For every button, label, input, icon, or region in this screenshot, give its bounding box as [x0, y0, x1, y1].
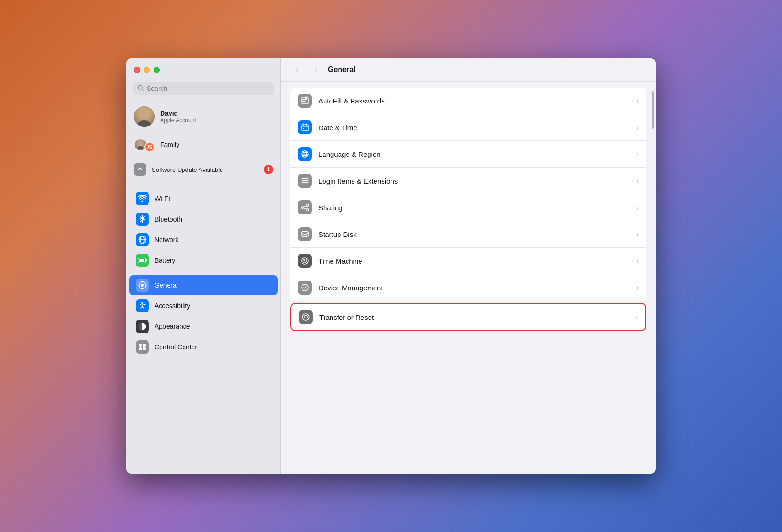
- control-center-icon: [136, 340, 149, 354]
- settings-list: AutoFill & Passwords › Date & Time ›: [281, 82, 656, 474]
- sidebar-item-battery[interactable]: Battery: [129, 251, 278, 270]
- svg-point-45: [302, 207, 304, 209]
- svg-point-3: [138, 146, 143, 149]
- chevron-autofill: ›: [636, 97, 639, 104]
- sidebar-item-network[interactable]: Network: [129, 230, 278, 250]
- sharing-icon: [298, 200, 312, 214]
- startup-disk-icon: [298, 227, 312, 241]
- sidebar-item-general[interactable]: General: [129, 275, 278, 295]
- search-bar[interactable]: [133, 82, 274, 95]
- settings-label-login-items: Login Items & Extensions: [318, 177, 630, 185]
- svg-point-19: [141, 302, 143, 304]
- login-items-icon: [298, 174, 312, 188]
- sidebar-divider-2: [133, 273, 274, 273]
- language-icon: [298, 147, 312, 161]
- settings-label-transfer-reset: Transfer or Reset: [319, 313, 629, 321]
- back-button[interactable]: ‹: [290, 63, 303, 76]
- search-icon: [138, 85, 144, 92]
- autofill-icon: [298, 94, 312, 108]
- svg-rect-12: [146, 259, 147, 262]
- settings-row-autofill[interactable]: AutoFill & Passwords ›: [290, 88, 646, 114]
- settings-label-language: Language & Region: [318, 150, 630, 158]
- sidebar-item-label-control-center: Control Center: [155, 343, 197, 351]
- scrollbar[interactable]: [651, 82, 654, 474]
- sidebar-item-wifi[interactable]: Wi-Fi: [129, 189, 278, 208]
- maximize-button[interactable]: [154, 67, 160, 73]
- svg-point-58: [304, 260, 305, 261]
- software-update-item[interactable]: Software Update Available 1: [129, 159, 278, 180]
- svg-rect-26: [302, 99, 307, 100]
- svg-rect-43: [302, 182, 309, 183]
- chevron-datetime: ›: [636, 124, 639, 131]
- svg-point-46: [306, 209, 309, 211]
- update-badge: 1: [264, 165, 273, 174]
- search-input[interactable]: [147, 85, 269, 92]
- chevron-device-management: ›: [636, 284, 639, 291]
- svg-rect-22: [143, 344, 146, 347]
- sidebar: David Apple Account JS Family: [126, 58, 281, 474]
- scrollbar-thumb: [652, 91, 654, 129]
- time-machine-icon: [298, 254, 312, 268]
- settings-row-transfer-reset[interactable]: Transfer or Reset ›: [290, 303, 646, 331]
- sidebar-item-control-center[interactable]: Control Center: [129, 337, 278, 357]
- sidebar-item-family[interactable]: JS Family: [129, 133, 278, 156]
- svg-line-47: [303, 206, 306, 207]
- update-title: Software Update Available: [152, 166, 223, 173]
- avatar: [134, 106, 155, 127]
- main-title: General: [328, 66, 356, 74]
- svg-point-30: [306, 97, 306, 98]
- sidebar-item-label-battery: Battery: [155, 257, 175, 264]
- svg-point-44: [306, 204, 309, 207]
- svg-rect-42: [302, 180, 309, 181]
- settings-row-sharing[interactable]: Sharing ›: [290, 194, 646, 221]
- settings-row-startup-disk[interactable]: Startup Disk ›: [290, 221, 646, 248]
- svg-line-48: [303, 208, 306, 209]
- general-icon: [136, 279, 149, 292]
- settings-row-datetime[interactable]: Date & Time ›: [290, 114, 646, 141]
- sidebar-item-bluetooth[interactable]: Bluetooth: [129, 209, 278, 229]
- settings-window: David Apple Account JS Family: [126, 58, 656, 474]
- svg-point-14: [141, 284, 144, 287]
- chevron-sharing: ›: [636, 204, 639, 211]
- svg-line-1: [142, 89, 143, 90]
- svg-point-2: [139, 142, 142, 146]
- family-avatar-2: JS: [144, 142, 155, 152]
- settings-label-datetime: Date & Time: [318, 124, 630, 132]
- svg-rect-21: [139, 344, 142, 347]
- chevron-language: ›: [636, 150, 639, 158]
- chevron-login-items: ›: [636, 177, 639, 185]
- settings-row-login-items[interactable]: Login Items & Extensions ›: [290, 168, 646, 194]
- chevron-startup-disk: ›: [636, 230, 639, 238]
- settings-row-language[interactable]: Language & Region ›: [290, 141, 646, 168]
- bluetooth-icon: [136, 213, 149, 226]
- wifi-icon: [136, 192, 149, 205]
- sidebar-item-appearance[interactable]: Appearance: [129, 317, 278, 336]
- chevron-transfer-reset: ›: [635, 313, 638, 321]
- svg-rect-24: [143, 347, 146, 350]
- settings-label-device-management: Device Management: [318, 284, 630, 292]
- battery-icon: [136, 254, 149, 267]
- sidebar-item-label-network: Network: [155, 236, 178, 244]
- sidebar-item-accessibility[interactable]: Accessibility: [129, 296, 278, 316]
- settings-label-autofill: AutoFill & Passwords: [318, 97, 630, 105]
- settings-row-time-machine[interactable]: Time Machine ›: [290, 248, 646, 274]
- sidebar-item-label-bluetooth: Bluetooth: [155, 215, 182, 223]
- svg-point-55: [306, 235, 307, 236]
- svg-rect-31: [302, 125, 308, 131]
- minimize-button[interactable]: [144, 67, 150, 73]
- titlebar: [126, 58, 280, 82]
- user-profile[interactable]: David Apple Account: [129, 102, 278, 132]
- appearance-icon: [136, 320, 149, 333]
- close-button[interactable]: [134, 67, 140, 73]
- forward-button[interactable]: ›: [309, 63, 322, 76]
- settings-label-time-machine: Time Machine: [318, 257, 630, 265]
- accessibility-icon: [136, 299, 149, 312]
- sidebar-item-label-general: General: [155, 281, 178, 289]
- datetime-icon: [298, 120, 312, 134]
- svg-rect-35: [303, 128, 304, 129]
- settings-row-device-management[interactable]: Device Management ›: [290, 274, 646, 301]
- svg-point-60: [302, 314, 309, 320]
- user-name: David: [160, 110, 196, 117]
- settings-label-sharing: Sharing: [318, 204, 630, 212]
- svg-rect-28: [302, 103, 305, 103]
